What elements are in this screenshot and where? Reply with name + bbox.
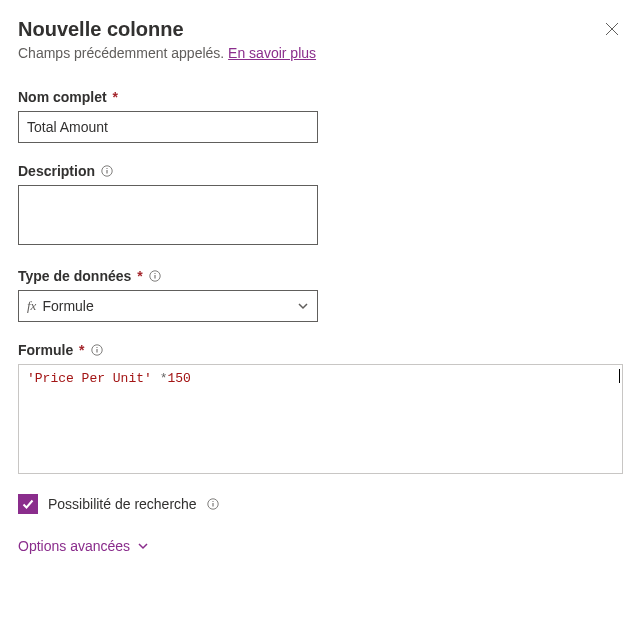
formula-fx-icon: fx — [27, 298, 36, 314]
advanced-options-toggle[interactable]: Options avancées — [18, 538, 148, 554]
description-label: Description — [18, 163, 95, 179]
svg-rect-7 — [154, 275, 155, 279]
required-indicator: * — [133, 268, 142, 284]
svg-rect-10 — [96, 349, 97, 353]
svg-rect-4 — [107, 170, 108, 174]
searchable-checkbox[interactable] — [18, 494, 38, 514]
learn-more-link[interactable]: En savoir plus — [228, 45, 316, 61]
chevron-down-icon — [138, 538, 148, 554]
svg-point-3 — [106, 168, 107, 169]
display-name-label: Nom complet * — [18, 89, 118, 105]
required-indicator: * — [75, 342, 84, 358]
text-cursor — [619, 369, 620, 383]
svg-rect-13 — [212, 503, 213, 507]
svg-point-6 — [154, 273, 155, 274]
formula-content: 'Price Per Unit' *150 — [27, 371, 191, 386]
description-input[interactable] — [18, 185, 318, 245]
data-type-value: Formule — [42, 298, 93, 314]
panel-title: Nouvelle colonne — [18, 18, 316, 41]
checkmark-icon — [21, 497, 35, 511]
info-icon[interactable] — [207, 498, 219, 510]
formula-label: Formule * — [18, 342, 85, 358]
data-type-label: Type de données * — [18, 268, 143, 284]
info-icon[interactable] — [101, 165, 113, 177]
formula-editor[interactable]: 'Price Per Unit' *150 — [18, 364, 623, 474]
searchable-label: Possibilité de recherche — [48, 496, 197, 512]
required-indicator: * — [109, 89, 118, 105]
advanced-options-label: Options avancées — [18, 538, 130, 554]
subtitle-text: Champs précédemment appelés. — [18, 45, 228, 61]
svg-point-9 — [96, 347, 97, 348]
close-icon — [605, 22, 619, 39]
info-icon[interactable] — [149, 270, 161, 282]
data-type-select[interactable]: fx Formule — [18, 290, 318, 322]
close-button[interactable] — [601, 18, 623, 44]
info-icon[interactable] — [91, 344, 103, 356]
svg-point-12 — [212, 501, 213, 502]
panel-subtitle: Champs précédemment appelés. En savoir p… — [18, 45, 316, 61]
display-name-input[interactable] — [18, 111, 318, 143]
